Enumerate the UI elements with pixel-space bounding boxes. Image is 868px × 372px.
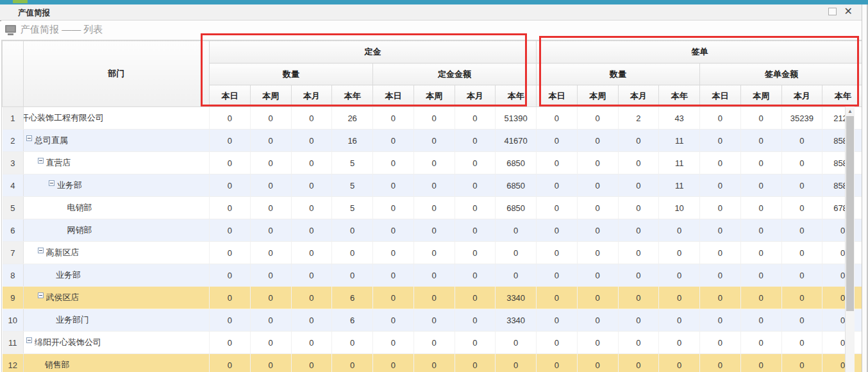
value-cell: 0 xyxy=(250,332,291,354)
value-cell: 0 xyxy=(822,219,862,242)
value-cell: 0 xyxy=(740,130,781,152)
value-cell: 0 xyxy=(577,107,618,130)
department-cell: 开心装饰工程有限公司 xyxy=(24,107,210,130)
period-header[interactable]: 本日 xyxy=(373,85,414,107)
table-row[interactable]: 3直营店00050006850000110008589 xyxy=(3,152,862,174)
department-name: 业务部 xyxy=(57,180,82,191)
period-header[interactable]: 本日 xyxy=(537,85,578,107)
value-cell: 0 xyxy=(413,219,455,242)
value-cell: 0 xyxy=(210,309,251,332)
value-cell: 0 xyxy=(210,219,251,242)
value-cell: 0 xyxy=(291,130,332,152)
value-cell: 0 xyxy=(250,107,291,130)
table-row[interactable]: 11绵阳开心装饰公司0000000000000000 xyxy=(3,332,862,354)
row-number: 6 xyxy=(3,219,24,242)
vertical-scrollbar[interactable]: ▲ xyxy=(845,106,855,372)
value-cell: 0 xyxy=(332,242,373,264)
period-header[interactable]: 本周 xyxy=(740,85,781,107)
value-cell: 0 xyxy=(291,309,332,332)
scrollbar-thumb[interactable] xyxy=(846,116,854,311)
collapse-icon[interactable] xyxy=(38,292,44,298)
collapse-icon[interactable] xyxy=(26,135,32,141)
value-cell: 0 xyxy=(455,107,496,130)
value-cell: 0 xyxy=(618,130,659,152)
table-row[interactable]: 6网销部0000000000000000 xyxy=(3,219,862,242)
close-button[interactable]: ✕ xyxy=(844,7,853,16)
row-number: 7 xyxy=(3,242,24,264)
value-cell: 0 xyxy=(250,309,291,332)
value-cell: 0 xyxy=(332,219,373,242)
table-body: 1开心装饰工程有限公司00026000513900024300352392122… xyxy=(3,107,862,372)
period-header[interactable]: 本日 xyxy=(700,85,741,107)
period-header[interactable]: 本周 xyxy=(413,85,455,107)
value-cell: 2 xyxy=(618,107,659,130)
row-number: 10 xyxy=(3,309,24,332)
value-cell: 0 xyxy=(659,332,700,354)
table-row[interactable]: 2总司直属0001600041670000110008589 xyxy=(3,130,862,152)
value-cell: 0 xyxy=(577,197,618,219)
value-cell: 0 xyxy=(700,242,741,264)
row-number: 5 xyxy=(3,197,24,219)
maximize-button[interactable] xyxy=(828,8,837,15)
period-header[interactable]: 本年 xyxy=(332,85,373,107)
value-cell: 51390 xyxy=(496,107,537,130)
collapse-icon[interactable] xyxy=(26,337,32,343)
period-header[interactable]: 本年 xyxy=(659,85,700,107)
value-cell: 0 xyxy=(210,152,251,174)
table-row[interactable]: 7高新区店0000000000000000 xyxy=(3,242,862,264)
table-row[interactable]: 4业务部00050006850000110008589 xyxy=(3,174,862,197)
period-header[interactable]: 本月 xyxy=(781,85,822,107)
table-row[interactable]: 12销售部0000000000000000 xyxy=(3,354,862,372)
collapse-icon[interactable] xyxy=(38,248,44,253)
value-cell: 0 xyxy=(496,242,537,264)
value-cell: 0 xyxy=(250,130,291,152)
value-cell: 6789 xyxy=(822,197,862,219)
value-cell: 0 xyxy=(537,354,578,372)
period-header[interactable]: 本月 xyxy=(291,85,332,107)
value-cell: 0 xyxy=(210,264,251,287)
value-cell: 0 xyxy=(537,242,578,264)
dept-column-header[interactable]: 部门 xyxy=(24,41,210,107)
period-header[interactable]: 本周 xyxy=(577,85,618,107)
report-window: 产值简报 ✕ 产值简报 —— 列表 部门 定金 签单 数量 xyxy=(0,0,868,372)
table-row[interactable]: 8业务部0000000000000000 xyxy=(3,264,862,287)
row-number: 8 xyxy=(3,264,24,287)
table-row[interactable]: 10业务部门0006000334000000000 xyxy=(3,309,862,332)
department-name: 武侯区店 xyxy=(46,292,79,303)
period-header[interactable]: 本月 xyxy=(455,85,496,107)
value-cell: 0 xyxy=(781,287,822,309)
period-header[interactable]: 本年 xyxy=(822,85,862,107)
value-cell: 0 xyxy=(537,152,578,174)
table-row[interactable]: 9武侯区店0006000334000000000 xyxy=(3,287,862,309)
table-row[interactable]: 1开心装饰工程有限公司00026000513900024300352392122 xyxy=(3,107,862,130)
collapse-icon[interactable] xyxy=(49,180,54,186)
value-cell: 0 xyxy=(700,287,741,309)
value-cell: 0 xyxy=(822,354,862,372)
collapse-icon[interactable] xyxy=(38,158,44,164)
department-cell: 业务部 xyxy=(24,174,210,197)
value-cell: 0 xyxy=(537,332,578,354)
value-cell: 35239 xyxy=(781,107,822,130)
value-cell: 0 xyxy=(740,242,781,264)
scroll-up-icon[interactable]: ▲ xyxy=(846,106,855,115)
value-cell: 0 xyxy=(740,174,781,197)
value-cell: 0 xyxy=(250,287,291,309)
value-cell: 0 xyxy=(291,174,332,197)
period-header[interactable]: 本月 xyxy=(618,85,659,107)
table-header: 部门 定金 签单 数量 定金金额 数量 签单金额 本日 本周 本月 本年 本日 … xyxy=(3,41,862,107)
value-cell: 0 xyxy=(537,287,578,309)
value-cell: 0 xyxy=(373,309,414,332)
period-header[interactable]: 本周 xyxy=(250,85,291,107)
period-header[interactable]: 本日 xyxy=(210,85,251,107)
window-titlebar: 产值简报 ✕ xyxy=(0,4,862,21)
value-cell: 0 xyxy=(577,242,618,264)
value-cell: 0 xyxy=(577,264,618,287)
department-name: 总司直属 xyxy=(35,135,68,146)
value-cell: 0 xyxy=(822,242,862,264)
value-cell: 5 xyxy=(332,197,373,219)
value-cell: 0 xyxy=(455,152,496,174)
department-name: 业务部 xyxy=(56,269,81,281)
period-header[interactable]: 本年 xyxy=(496,85,537,107)
table-row[interactable]: 5电销部00050006850000100006789 xyxy=(3,197,862,219)
corner-header-cell xyxy=(3,41,24,107)
